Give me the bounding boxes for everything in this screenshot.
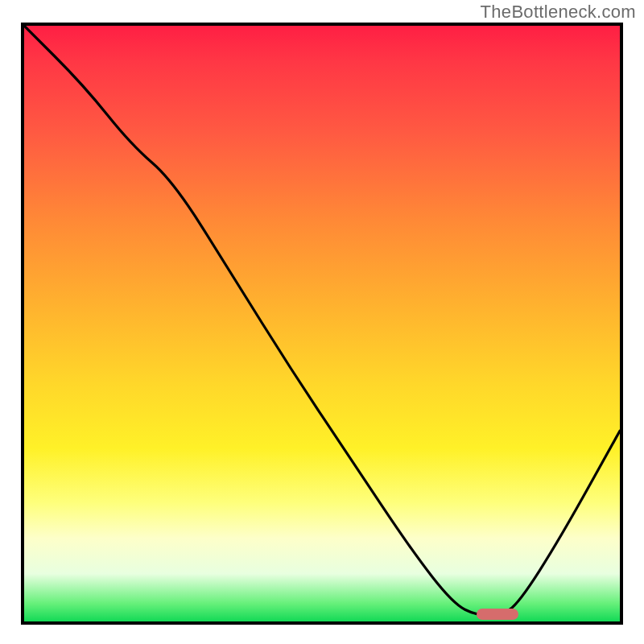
chart-area: [21, 23, 623, 625]
watermark-text: TheBottleneck.com: [481, 2, 636, 23]
bottleneck-curve-svg: [24, 26, 620, 621]
optimal-range-marker: [477, 609, 518, 620]
bottleneck-curve-path: [24, 26, 620, 616]
page: TheBottleneck.com: [0, 0, 644, 644]
